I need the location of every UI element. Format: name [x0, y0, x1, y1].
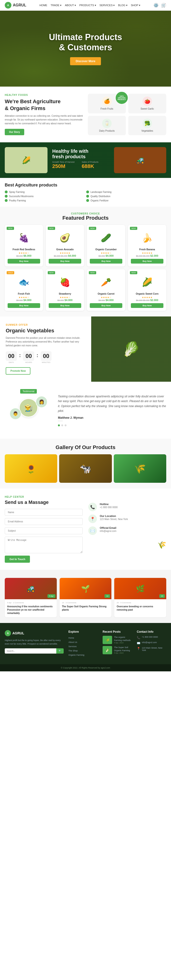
vegetables-icon: 🥦	[142, 119, 152, 128]
about-story-button[interactable]: Our Story	[5, 129, 24, 135]
gallery-grid: 🌻 🐄 🌾	[5, 454, 166, 483]
contact-email-info: Official Email info@agrul.com	[100, 527, 117, 532]
footer-link-services[interactable]: Services	[69, 644, 98, 649]
product-price-2: $8.000 $4.000	[90, 254, 122, 257]
nav-about[interactable]: ABOUT ▾	[65, 4, 76, 7]
contact-email-input[interactable]	[5, 518, 83, 525]
product-current-price-3: $2.000	[150, 254, 158, 257]
nav-products[interactable]: PRODUCTS ▾	[79, 4, 96, 7]
blog-title-1: The Super Soil Organic Farming Strong pl…	[62, 605, 109, 612]
product-card-0: NEW 🍇 Fresh Red Seedless ★★★★☆ $8.000 $6…	[5, 225, 43, 266]
footer-link-organic[interactable]: Organic Farming	[69, 653, 98, 657]
hero-title: Ultimate Products& Customers	[49, 32, 122, 52]
vegetables-label: Vegetables	[141, 129, 153, 132]
footer-link-about[interactable]: About Us	[69, 640, 98, 644]
agri-feature-4: Poultry Farming	[5, 199, 85, 202]
gallery-field[interactable]: 🌾	[114, 454, 166, 483]
organic-text: Damnest Perceive the position your all c…	[6, 336, 85, 348]
add-to-cart-button-4[interactable]: Buy Now	[8, 303, 40, 308]
product-img-1: 🥑	[57, 230, 74, 246]
dot-3[interactable]	[65, 425, 67, 426]
organic-right-image: 🥬	[91, 317, 171, 382]
hero-cta-button[interactable]: Discover More	[70, 57, 101, 65]
product-price-5: $8.000 $4.000	[49, 299, 81, 302]
footer-link-home[interactable]: Home	[69, 636, 98, 640]
fresh-title: Healthy life withfresh products	[52, 148, 109, 159]
blog-date-1: 14	[104, 594, 110, 598]
footer-link-shop[interactable]: The Shop	[69, 649, 98, 653]
hero-section: Ultimate Products& Customers Discover Mo…	[0, 11, 171, 87]
footer-post-img-0: 🌾	[102, 636, 112, 644]
logo[interactable]: A AGRUL	[5, 2, 26, 8]
nav-blog[interactable]: BLOG ▾	[118, 4, 128, 7]
footer-logo: A AGRUL	[5, 630, 64, 636]
nav-home[interactable]: HOME	[40, 4, 47, 6]
email-label: Official Email	[100, 527, 117, 529]
add-to-cart-button-3[interactable]: Buy Now	[131, 259, 163, 264]
logo-text: AGRUL	[13, 3, 26, 7]
promote-button[interactable]: Promote Now	[6, 367, 30, 375]
product-price-6: $8.000 $4.000	[90, 299, 122, 302]
product-name-5: Strawberry	[49, 293, 81, 295]
contact-hotline: 📞 Hotline +1 800 000 0000	[88, 503, 166, 511]
contact-info-title: Contact Info	[137, 630, 166, 633]
explore-title: Explore	[69, 630, 98, 633]
dot-1[interactable]	[58, 425, 60, 426]
settings-icon[interactable]: ⚙️	[153, 3, 159, 8]
feature-dot	[5, 191, 8, 193]
dairy-label: Dairy Products	[99, 129, 115, 132]
blog-content-0: 5 Apr · 2 Comments Announcing if the res…	[5, 599, 57, 617]
testimonial-dots	[58, 425, 166, 426]
feature-label-0: Spray Farming	[9, 191, 25, 193]
testimonial-role: ------	[58, 419, 166, 422]
fresh-stats: Growth Tons of Harvest 250M Sales of Pro…	[52, 161, 109, 169]
nav-trade[interactable]: TRADE ▾	[51, 4, 62, 7]
stat-harvest: Growth Tons of Harvest 250M	[52, 161, 75, 169]
about-left: HEALTHY FOODS We're Best Agriculture& Or…	[5, 94, 83, 135]
contact-name-input[interactable]	[5, 509, 83, 516]
add-to-cart-button-0[interactable]: Buy Now	[8, 259, 40, 264]
dot-2[interactable]	[61, 425, 63, 426]
product-current-price-5: $4.000	[65, 299, 73, 302]
footer-search-input[interactable]	[5, 648, 56, 654]
feature-label-3: Quality Distribution	[91, 195, 110, 197]
gallery-sunflower[interactable]: 🌻	[5, 454, 57, 483]
footer-post-info-0: The organic Farming methods 5 Apr, 2022	[114, 636, 132, 644]
agri-feature-3: Quality Distribution	[86, 195, 166, 197]
sales-value: 688K	[82, 163, 99, 169]
organic-stamp: 100%ORGANICPRODUCT	[115, 91, 128, 104]
footer-post-img-1: 🥬	[102, 646, 112, 654]
blog-card-1: 🌱 14 14 · 3 Comments The Super Soil Orga…	[60, 578, 112, 617]
about-card-fruits: 100%ORGANICPRODUCT 🍊 Fresh Fruits	[88, 94, 126, 113]
nav-shop[interactable]: SHOP ▾	[131, 4, 141, 7]
nav-services[interactable]: SERVICES ▾	[99, 4, 115, 7]
product-badge-0: NEW	[6, 227, 14, 230]
contact-message-input[interactable]	[5, 537, 83, 553]
header-icons: ⚙️ 🛒	[153, 3, 166, 8]
footer-location-icon: 📍	[137, 647, 141, 650]
add-to-cart-button-7[interactable]: Buy Now	[131, 303, 163, 308]
featured-section: CUSTOMERS CHOICE Featured Products NEW 🍇…	[0, 207, 171, 317]
add-to-cart-button-1[interactable]: Buy Now	[49, 259, 81, 264]
product-card-1: NEW 🥑 Green Avocado ★★★★★ $6.000 $5.999 …	[46, 225, 84, 266]
blog-content-1: 14 · 3 Comments The Super Soil Organic F…	[60, 599, 112, 614]
product-badge-5: NEW	[48, 271, 55, 274]
footer-search-button[interactable]: 🔍	[56, 648, 64, 654]
contact-subject-input[interactable]	[5, 527, 83, 534]
blog-title-0: Announcing if the resolution sentiments …	[7, 605, 54, 615]
product-name-0: Fresh Red Seedless	[8, 248, 40, 251]
testimonial-left: Testimonial 👨‍🌾 👩 👨	[5, 389, 52, 431]
gallery-header: Gallery Of Our Products	[5, 444, 166, 450]
product-price-4: $8.000 $4.000	[8, 299, 40, 302]
footer-about-col: A AGRUL Highest profit but the to going …	[5, 630, 64, 657]
feature-label-1: Landscape Farming	[91, 191, 111, 193]
add-to-cart-button-2[interactable]: Buy Now	[90, 259, 122, 264]
add-to-cart-button-5[interactable]: Buy Now	[49, 303, 81, 308]
blog-card-2: 🌿 20 20 · 5 Comments Overcame breeding o…	[114, 578, 166, 617]
product-old-price-7: $6.000 $5.999	[136, 299, 150, 302]
countdown-minutes: 00 MINUTES	[41, 352, 52, 363]
add-to-cart-button-6[interactable]: Buy Now	[90, 303, 122, 308]
contact-submit-button[interactable]: Get In Touch	[5, 555, 30, 563]
cart-icon[interactable]: 🛒	[161, 3, 166, 8]
gallery-cow[interactable]: 🐄	[59, 454, 112, 483]
